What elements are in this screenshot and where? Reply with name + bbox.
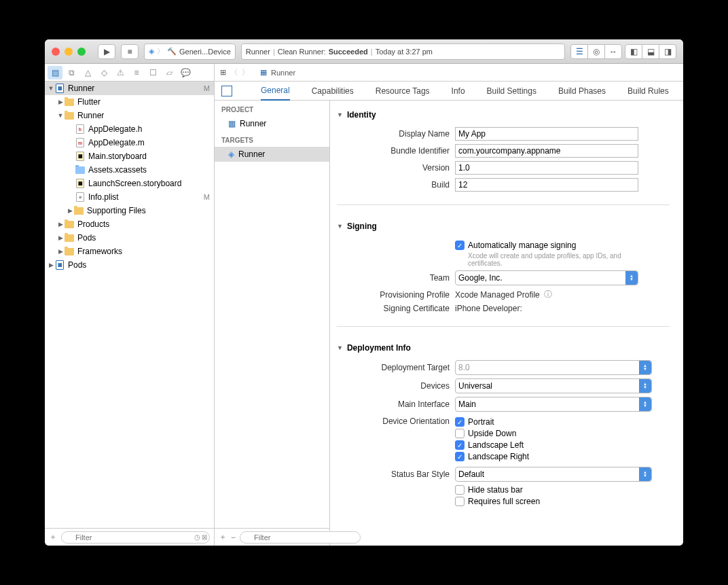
devices-label: Devices bbox=[348, 381, 450, 391]
tab-build-phases[interactable]: Build Phases bbox=[558, 82, 606, 100]
portrait-checkbox[interactable]: ✓ bbox=[455, 417, 465, 427]
cert-value: iPhone Developer: bbox=[455, 304, 522, 313]
tab-build-settings[interactable]: Build Settings bbox=[487, 82, 536, 100]
display-name-input[interactable] bbox=[455, 127, 638, 141]
related-items-icon[interactable]: ⊞ bbox=[220, 68, 226, 77]
tab-general[interactable]: General bbox=[261, 82, 290, 101]
stop-button[interactable]: ■ bbox=[121, 44, 139, 59]
tree-file[interactable]: ▦ LaunchScreen.storyboard bbox=[45, 177, 214, 190]
bundle-id-input[interactable] bbox=[455, 144, 638, 158]
toggle-inspector-button[interactable]: ◨ bbox=[659, 44, 676, 59]
navigator-footer: ＋ ⊙ ◷⊠ bbox=[45, 528, 214, 546]
tree-file[interactable]: Assets.xcassets bbox=[45, 163, 214, 177]
navigator-tabs: ▤ ⧉ △ ◇ ⚠ ≡ ☐ ▱ 💬 bbox=[45, 64, 214, 82]
add-button[interactable]: ＋ bbox=[49, 531, 57, 543]
tree-file[interactable]: m AppDelegate.m bbox=[45, 136, 214, 149]
minimize-button[interactable] bbox=[65, 48, 73, 56]
add-target-button[interactable]: ＋ bbox=[219, 531, 227, 543]
run-button[interactable]: ▶ bbox=[98, 44, 115, 59]
build-input[interactable] bbox=[455, 178, 638, 192]
target-filter-input[interactable] bbox=[240, 531, 361, 544]
landscape-left-checkbox[interactable]: ✓ bbox=[455, 440, 465, 450]
identity-header[interactable]: ▼Identity bbox=[337, 106, 670, 124]
tree-file[interactable]: h AppDelegate.h bbox=[45, 122, 214, 136]
remove-target-button[interactable]: − bbox=[231, 533, 236, 542]
profile-value: Xcode Managed Profile bbox=[455, 290, 540, 300]
tab-resource-tags[interactable]: Resource Tags bbox=[376, 82, 430, 100]
upside-checkbox[interactable] bbox=[455, 429, 465, 438]
auto-signing-checkbox[interactable]: ✓ bbox=[455, 241, 465, 250]
version-input[interactable] bbox=[455, 161, 638, 175]
bundle-id-label: Bundle Identifier bbox=[348, 146, 450, 156]
display-name-label: Display Name bbox=[348, 129, 450, 139]
scm-filter-icon[interactable]: ⊠ bbox=[202, 533, 207, 541]
jump-bar[interactable]: ⊞ 〈 〉 ▦ Runner bbox=[215, 64, 683, 82]
tab-build-rules[interactable]: Build Rules bbox=[627, 82, 669, 100]
info-icon[interactable]: ⓘ bbox=[544, 289, 552, 300]
toggle-navigator-button[interactable]: ◧ bbox=[625, 44, 642, 59]
project-header: PROJECT bbox=[215, 101, 329, 116]
target-list: PROJECT ▦Runner TARGETS ◈Runner ＋ − ⊙ bbox=[215, 101, 330, 546]
status-bar-label: Status Bar Style bbox=[348, 469, 450, 479]
auto-signing-label: Automatically manage signing bbox=[468, 241, 576, 250]
project-tree: ▼ ▦ Runner M ▶ Flutter ▼ Runner h AppDel… bbox=[45, 82, 214, 528]
landscape-right-checkbox[interactable]: ✓ bbox=[455, 452, 465, 461]
toggle-debug-button[interactable]: ⬓ bbox=[642, 44, 659, 59]
status-bar-select[interactable]: Default▲▼ bbox=[455, 467, 652, 482]
main-interface-select[interactable]: Main▲▼ bbox=[455, 397, 652, 412]
show-project-targets-button[interactable] bbox=[221, 86, 232, 96]
back-button[interactable]: 〈 bbox=[230, 67, 238, 77]
team-select[interactable]: Google, Inc.▲▼ bbox=[455, 270, 638, 285]
scheme-selector[interactable]: ◈ 〉 🔨 Generi...Device bbox=[144, 43, 236, 60]
tab-info[interactable]: Info bbox=[452, 82, 465, 100]
signing-header[interactable]: ▼Signing bbox=[337, 217, 670, 235]
build-label: Build bbox=[348, 180, 450, 190]
crumb-item[interactable]: Runner bbox=[271, 69, 295, 77]
project-item[interactable]: ▦Runner bbox=[215, 116, 329, 131]
editor-assistant-button[interactable]: ◎ bbox=[587, 44, 605, 59]
tab-capabilities[interactable]: Capabilities bbox=[312, 82, 354, 100]
project-navigator-tab[interactable]: ▤ bbox=[48, 66, 62, 79]
debug-tab[interactable]: ☐ bbox=[145, 66, 160, 79]
zoom-button[interactable] bbox=[77, 48, 86, 56]
source-control-tab[interactable]: ⧉ bbox=[64, 66, 79, 79]
close-button[interactable] bbox=[52, 48, 60, 56]
tree-folder-runner[interactable]: ▼ Runner bbox=[45, 109, 214, 122]
devices-select[interactable]: Universal▲▼ bbox=[455, 378, 652, 393]
tree-file[interactable]: ▦ Main.storyboard bbox=[45, 149, 214, 163]
report-tab[interactable]: 💬 bbox=[178, 66, 193, 79]
tree-folder-frameworks[interactable]: ▶ Frameworks bbox=[45, 245, 214, 258]
issue-tab[interactable]: ⚠ bbox=[113, 66, 128, 79]
target-item-runner[interactable]: ◈Runner bbox=[215, 147, 329, 162]
tree-file[interactable]: ≡ Info.plist M bbox=[45, 190, 214, 204]
deploy-target-select[interactable]: 8.0▲▼ bbox=[455, 360, 652, 375]
symbol-tab[interactable]: △ bbox=[80, 66, 95, 79]
traffic-lights bbox=[52, 48, 86, 56]
main-interface-label: Main Interface bbox=[348, 400, 450, 409]
profile-label: Provisioning Profile bbox=[348, 290, 450, 300]
editor-area: ⊞ 〈 〉 ▦ Runner General Capabilities Reso… bbox=[215, 64, 683, 546]
breakpoint-tab[interactable]: ▱ bbox=[162, 66, 177, 79]
hide-statusbar-checkbox[interactable] bbox=[455, 485, 465, 495]
find-tab[interactable]: ◇ bbox=[96, 66, 111, 79]
tree-project-root[interactable]: ▼ ▦ Runner M bbox=[45, 82, 214, 95]
deploy-target-label: Deployment Target bbox=[348, 363, 450, 372]
recent-filter-icon[interactable]: ◷ bbox=[194, 533, 200, 541]
navigator-panel: ▤ ⧉ △ ◇ ⚠ ≡ ☐ ▱ 💬 ▼ ▦ Runner M ▶ F bbox=[45, 64, 215, 546]
orientation-label: Device Orientation bbox=[348, 416, 450, 426]
tree-folder-pods[interactable]: ▶ Pods bbox=[45, 231, 214, 245]
test-tab[interactable]: ≡ bbox=[129, 66, 144, 79]
titlebar: ▶ ■ ◈ 〉 🔨 Generi...Device Runner | Clean… bbox=[45, 39, 683, 64]
navigator-filter-input[interactable] bbox=[61, 531, 210, 544]
targets-header: TARGETS bbox=[215, 131, 329, 147]
editor-standard-button[interactable]: ☰ bbox=[570, 44, 588, 59]
fullscreen-checkbox[interactable] bbox=[455, 497, 465, 506]
tree-project-pods[interactable]: ▶ ▦ Pods bbox=[45, 258, 214, 272]
tree-folder-flutter[interactable]: ▶ Flutter bbox=[45, 95, 214, 109]
auto-signing-subtext: Xcode will create and update profiles, a… bbox=[468, 252, 638, 267]
forward-button[interactable]: 〉 bbox=[242, 67, 249, 77]
editor-version-button[interactable]: ↔ bbox=[604, 44, 622, 59]
tree-folder-products[interactable]: ▶ Products bbox=[45, 217, 214, 231]
tree-folder-supporting[interactable]: ▶ Supporting Files bbox=[45, 204, 214, 217]
deployment-header[interactable]: ▼Deployment Info bbox=[337, 339, 670, 357]
